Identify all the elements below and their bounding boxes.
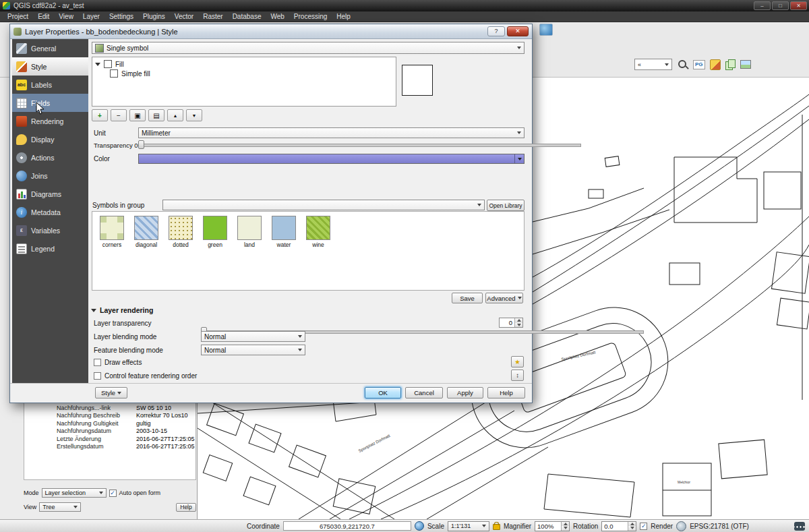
toolbar-collapse-combo[interactable]: « <box>634 59 672 70</box>
sidebar-item-metadata[interactable]: iMetadata <box>12 203 88 221</box>
menu-settings[interactable]: Settings <box>104 13 138 20</box>
renderer-combo[interactable]: Single symbol <box>92 42 525 54</box>
spin-down-icon[interactable] <box>564 527 568 529</box>
lock-symbol-layer-button[interactable]: ▤ <box>148 109 164 121</box>
coordinate-input[interactable]: 675030.9,221720.7 <box>283 521 411 531</box>
table-row[interactable]: Nachführung Beschreib Korrektur 70 Los10 <box>24 412 196 420</box>
sidebar-item-style[interactable]: Style <box>12 57 88 76</box>
color-button[interactable] <box>138 154 525 164</box>
zoom-tool-icon[interactable] <box>677 59 688 70</box>
new-layer-icon[interactable] <box>725 59 736 69</box>
symbol-swatch-wine[interactable]: wine <box>304 216 332 248</box>
menu-view[interactable]: View <box>54 13 78 20</box>
spin-up-icon[interactable] <box>564 523 568 525</box>
table-row[interactable]: Letzte Änderung 2016-06-27T17:25:05 <box>24 435 196 443</box>
scale-combo[interactable]: 1:1'131 <box>448 521 489 531</box>
remove-symbol-layer-button[interactable]: − <box>111 109 127 121</box>
sidebar-item-variables[interactable]: εVariables <box>12 221 88 239</box>
layer-rendering-header[interactable]: Layer rendering <box>91 306 153 314</box>
layer-transparency-spinbox[interactable]: 0 <box>499 318 523 328</box>
dialog-help-button[interactable]: ? <box>487 26 505 36</box>
transparency-slider[interactable] <box>138 140 581 149</box>
menu-help[interactable]: Help <box>332 13 355 20</box>
sidebar-item-joins[interactable]: Joins <box>12 167 88 185</box>
move-up-button[interactable]: ▲ <box>167 109 183 121</box>
slider-handle[interactable] <box>138 140 144 149</box>
tree-item-simple-fill[interactable]: Simple fill <box>95 69 393 78</box>
table-row[interactable]: Nachführungs...-link SW 05 10 10 <box>24 404 196 412</box>
maximize-button[interactable]: □ <box>772 1 789 10</box>
symbol-swatch-diagonal[interactable]: diagonal <box>132 216 160 248</box>
add-layer-icon[interactable] <box>710 59 721 70</box>
tree-expander-icon[interactable] <box>95 63 100 66</box>
dialog-close-button[interactable]: ✕ <box>507 26 529 36</box>
sidebar-item-actions[interactable]: Actions <box>12 148 88 167</box>
symbol-swatch-dotted[interactable]: dotted <box>167 216 195 248</box>
spin-down-icon[interactable] <box>517 324 521 326</box>
unit-combo[interactable]: Millimeter <box>138 127 525 138</box>
view-combo[interactable]: Tree <box>39 502 81 512</box>
sidebar-item-fields[interactable]: Fields <box>12 94 88 112</box>
menu-layer[interactable]: Layer <box>78 13 104 20</box>
dialog-titlebar[interactable]: Layer Properties - bb_bodenbedeckung | S… <box>10 24 532 39</box>
table-row[interactable]: Erstellungsdatum 2016-06-27T17:25:05 <box>24 443 196 451</box>
crs-label[interactable]: EPSG:21781 (OTF) <box>690 523 749 530</box>
render-checkbox[interactable]: ✓ <box>640 523 647 530</box>
add-raster-layer-icon[interactable] <box>740 60 751 69</box>
magnifier-spinner[interactable]: 100% <box>535 521 570 531</box>
sidebar-item-diagrams[interactable]: Diagrams <box>12 185 88 203</box>
sidebar-item-display[interactable]: Display <box>12 130 88 148</box>
table-row[interactable]: Nachführung Gultigkeit gultig <box>24 419 196 427</box>
color-dropdown[interactable] <box>514 154 524 163</box>
menu-web[interactable]: Web <box>266 13 289 20</box>
layer-blending-combo[interactable]: Normal <box>201 331 305 342</box>
messages-icon[interactable] <box>794 522 805 531</box>
spin-up-icon[interactable] <box>630 523 634 525</box>
close-button[interactable]: ✕ <box>790 1 807 10</box>
sidebar-item-general[interactable]: General <box>12 39 88 57</box>
menu-edit[interactable]: Edit <box>33 13 54 20</box>
advanced-button[interactable]: Advanced <box>485 293 523 303</box>
identify-help-button[interactable]: Help <box>176 503 196 512</box>
extent-icon[interactable] <box>415 521 424 531</box>
symbols-group-combo[interactable] <box>162 200 485 210</box>
menu-raster[interactable]: Raster <box>198 13 227 20</box>
rendering-order-button[interactable]: ↕ <box>511 370 524 381</box>
control-rendering-order-checkbox[interactable] <box>94 372 101 380</box>
effects-customize-button[interactable]: ★ <box>511 356 524 367</box>
menu-project[interactable]: Project <box>3 13 33 20</box>
menu-database[interactable]: Database <box>228 13 266 20</box>
help-button[interactable]: Help <box>487 387 525 398</box>
lock-icon[interactable] <box>493 524 500 530</box>
tree-item-fill[interactable]: Fill <box>95 59 393 69</box>
symbol-swatch-land[interactable]: land <box>235 216 264 248</box>
spin-down-icon[interactable] <box>630 527 634 529</box>
draw-effects-checkbox[interactable] <box>94 359 101 366</box>
mode-combo[interactable]: Layer selection <box>42 488 107 498</box>
apply-button[interactable]: Apply <box>447 387 483 398</box>
symbol-layer-tree[interactable]: Fill Simple fill <box>92 57 396 107</box>
rotation-spinner[interactable]: 0.0 <box>601 521 636 531</box>
cancel-button[interactable]: Cancel <box>405 387 443 398</box>
move-down-button[interactable]: ▼ <box>186 109 202 121</box>
crs-icon[interactable] <box>676 521 686 531</box>
symbol-swatch-water[interactable]: water <box>270 216 298 248</box>
menu-plugins[interactable]: Plugins <box>138 13 170 20</box>
table-row[interactable]: Nachführungsdatum 2003-10-15 <box>24 427 196 436</box>
feature-blending-combo[interactable]: Normal <box>201 345 305 355</box>
sidebar-item-labels[interactable]: abcLabels <box>12 76 88 94</box>
add-postgis-layer-icon[interactable]: PG <box>693 60 705 69</box>
symbol-swatch-corners[interactable]: corners <box>98 216 126 248</box>
spin-up-icon[interactable] <box>517 319 521 322</box>
auto-open-form-checkbox[interactable]: ✓ <box>109 490 117 497</box>
sym​bol-swatch-green[interactable]: green <box>201 216 229 248</box>
minimize-button[interactable]: – <box>754 1 771 10</box>
duplicate-symbol-layer-button[interactable]: ▣ <box>129 109 146 121</box>
menu-vector[interactable]: Vector <box>170 13 198 20</box>
sidebar-item-legend[interactable]: Legend <box>12 239 88 258</box>
style-menu-button[interactable]: Style <box>95 387 127 398</box>
menu-processing[interactable]: Processing <box>289 13 332 20</box>
open-library-button[interactable]: Open Library <box>487 200 525 211</box>
ok-button[interactable]: OK <box>365 387 401 398</box>
identify-tool-icon[interactable] <box>539 24 553 36</box>
